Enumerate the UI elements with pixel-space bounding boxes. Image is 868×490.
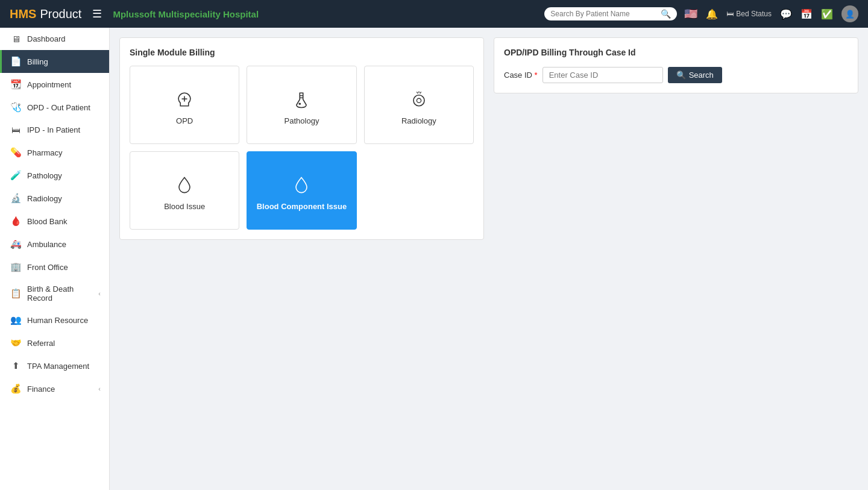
sidebar-label-dashboard: Dashboard (27, 34, 66, 43)
sidebar-item-dashboard[interactable]: 🖥 Dashboard (0, 28, 109, 50)
required-indicator: * (535, 71, 538, 80)
blood-issue-card-label: Blood Issue (164, 202, 205, 211)
svg-point-6 (417, 98, 421, 102)
stethoscope-icon: 🩺 (10, 102, 21, 113)
sidebar-item-pathology[interactable]: 🧪 Pathology (0, 164, 109, 187)
billing-card-opd[interactable]: OPD (130, 66, 239, 144)
bed-sidebar-icon: 🛏 (10, 125, 21, 135)
monitor-icon: 🖥 (10, 34, 21, 44)
sidebar-item-front-office[interactable]: 🏢 Front Office (0, 256, 109, 278)
radiology-icon: 🔬 (10, 193, 21, 204)
tpa-icon: ⬆ (10, 360, 21, 371)
sidebar-label-human-resource: Human Resource (27, 316, 88, 325)
sidebar-label-pathology: Pathology (27, 171, 62, 180)
sidebar-item-human-resource[interactable]: 👥 Human Resource (0, 309, 109, 331)
sidebar-label-pharmacy: Pharmacy (27, 148, 63, 157)
global-search: 🔍 (544, 7, 677, 20)
case-id-row: Case ID * 🔍 Search (504, 67, 848, 83)
hr-icon: 👥 (10, 315, 21, 325)
sidebar-item-finance[interactable]: 💰 Finance ‹ (0, 377, 109, 400)
opd-ipd-title: OPD/IPD Billing Through Case Id (504, 48, 848, 57)
sidebar-item-billing[interactable]: 📄 Billing (0, 50, 109, 73)
svg-line-7 (417, 92, 418, 93)
birth-death-icon: 📋 (10, 288, 21, 299)
billing-card-pathology[interactable]: Pathology (247, 66, 356, 144)
search-btn-icon: 🔍 (676, 71, 686, 80)
single-module-billing-title: Single Module Billing (130, 48, 474, 57)
navbar-icons: 🇺🇸 🔔 🛏 Bed Status 💬 📅 ✅ 👤 (684, 5, 858, 22)
sidebar-item-opd[interactable]: 🩺 OPD - Out Patient (0, 96, 109, 119)
app-body: 🖥 Dashboard 📄 Billing 📆 Appointment 🩺 OP… (0, 28, 868, 490)
billing-card-radiology[interactable]: Radiology (364, 66, 474, 144)
case-id-search-button[interactable]: 🔍 Search (668, 67, 722, 83)
blood-issue-card-icon (174, 174, 195, 196)
sidebar-label-birth-death: Birth & Death Record (27, 284, 92, 303)
brand: HMS Product (10, 7, 81, 21)
sidebar-label-billing: Billing (27, 57, 48, 66)
sidebar-item-tpa[interactable]: ⬆ TPA Management (0, 354, 109, 377)
pharmacy-icon: 💊 (10, 147, 21, 158)
case-id-label: Case ID * (504, 71, 538, 80)
search-input[interactable] (550, 10, 657, 18)
bed-status-label: Bed Status (736, 10, 772, 18)
bed-status[interactable]: 🛏 Bed Status (726, 10, 772, 18)
opd-card-label: OPD (176, 116, 193, 125)
sidebar: 🖥 Dashboard 📄 Billing 📆 Appointment 🩺 OP… (0, 28, 110, 490)
brand-hms: HMS (10, 7, 36, 21)
search-btn-label: Search (689, 71, 714, 80)
single-module-billing-panel: Single Module Billing OPD (119, 37, 484, 240)
sidebar-item-appointment[interactable]: 📆 Appointment (0, 73, 109, 96)
navbar: HMS Product ☰ Mplussoft Multispeciality … (0, 0, 868, 28)
hamburger-icon[interactable]: ☰ (92, 7, 102, 20)
svg-point-5 (414, 95, 424, 105)
sidebar-item-referral[interactable]: 🤝 Referral (0, 331, 109, 354)
pathology-card-label: Pathology (285, 116, 319, 125)
bed-icon: 🛏 (726, 10, 734, 18)
svg-line-8 (420, 92, 421, 93)
opd-ipd-panel: OPD/IPD Billing Through Case Id Case ID … (494, 37, 858, 93)
whatsapp-icon[interactable]: 💬 (780, 8, 792, 20)
sidebar-label-front-office: Front Office (27, 263, 68, 272)
case-id-input[interactable] (542, 67, 663, 83)
main-content: Single Module Billing OPD (110, 28, 868, 490)
bell-icon[interactable]: 🔔 (706, 8, 718, 20)
sidebar-label-finance: Finance (27, 385, 55, 394)
billing-card-blood-issue[interactable]: Blood Issue (130, 151, 239, 230)
svg-point-4 (299, 102, 301, 105)
sidebar-item-pharmacy[interactable]: 💊 Pharmacy (0, 141, 109, 164)
sidebar-item-ambulance[interactable]: 🚑 Ambulance (0, 233, 109, 256)
sidebar-label-blood-bank: Blood Bank (27, 217, 68, 226)
finance-icon: 💰 (10, 383, 21, 394)
opd-icon (174, 89, 195, 110)
blood-bank-icon: 🩸 (10, 216, 21, 227)
checklist-icon[interactable]: ✅ (821, 8, 833, 20)
billing-grid: OPD Pathology (130, 66, 474, 230)
sidebar-item-birth-death[interactable]: 📋 Birth & Death Record ‹ (0, 278, 109, 309)
avatar[interactable]: 👤 (841, 5, 858, 22)
calendar-icon[interactable]: 📅 (800, 8, 813, 20)
sidebar-label-ambulance: Ambulance (27, 240, 66, 249)
front-office-icon: 🏢 (10, 262, 21, 272)
sidebar-label-appointment: Appointment (27, 80, 71, 89)
billing-card-blood-component[interactable]: Blood Component Issue (247, 151, 356, 230)
ambulance-icon: 🚑 (10, 239, 21, 250)
chevron-right-icon: ‹ (98, 385, 101, 392)
radiology-card-label: Radiology (401, 116, 436, 125)
brand-product: Product (40, 7, 81, 21)
sidebar-item-blood-bank[interactable]: 🩸 Blood Bank (0, 210, 109, 233)
sidebar-label-referral: Referral (27, 339, 55, 348)
sidebar-item-radiology[interactable]: 🔬 Radiology (0, 187, 109, 210)
hospital-name: Mplussoft Multispeciality Hospital (113, 9, 537, 19)
sidebar-label-tpa: TPA Management (27, 362, 89, 371)
sidebar-label-radiology: Radiology (27, 194, 62, 203)
chevron-left-icon: ‹ (98, 290, 101, 297)
search-icon[interactable]: 🔍 (661, 9, 671, 19)
sidebar-label-opd: OPD - Out Patient (27, 103, 90, 112)
blood-component-card-label: Blood Component Issue (257, 202, 347, 211)
referral-icon: 🤝 (10, 338, 21, 348)
appointment-icon: 📆 (10, 79, 21, 90)
sidebar-item-ipd[interactable]: 🛏 IPD - In Patient (0, 119, 109, 141)
blood-component-card-icon (291, 174, 312, 196)
flag-icon[interactable]: 🇺🇸 (684, 7, 697, 20)
pathology-card-icon (291, 89, 312, 110)
